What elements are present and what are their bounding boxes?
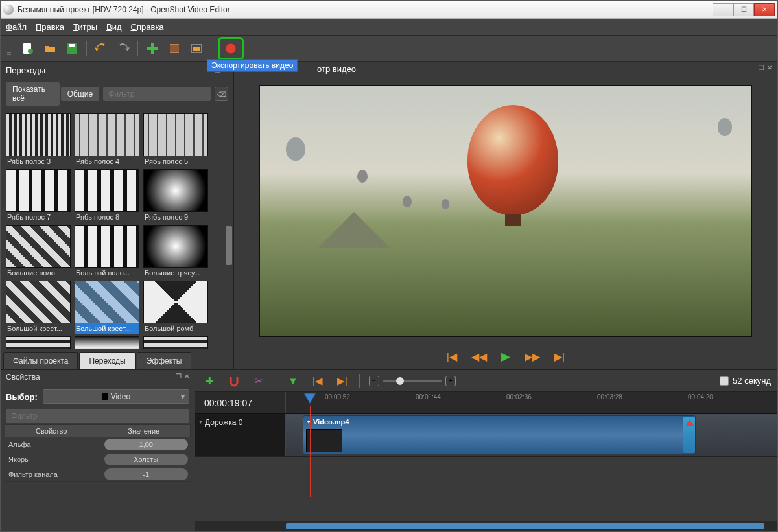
timeline-scrollbar[interactable] (195, 521, 777, 531)
property-row[interactable]: Альфа1,00 (5, 437, 191, 452)
col-property[interactable]: Свойство (5, 425, 98, 437)
forward-icon[interactable]: ▶▶ (525, 351, 540, 363)
transition-item[interactable] (75, 336, 139, 349)
transition-item[interactable]: Рябь полос 9 (143, 169, 208, 222)
menu-titles[interactable]: Титры (73, 22, 97, 32)
ruler-tick: 00:01:44 (416, 393, 441, 400)
snap-icon[interactable] (226, 373, 242, 389)
video-preview[interactable] (259, 85, 752, 337)
jump-start-icon[interactable]: |◀ (447, 351, 457, 363)
selection-dropdown[interactable]: Video (43, 389, 189, 404)
timeline-ruler[interactable]: 00:00:5200:01:4400:02:3600:03:2800:04:20… (286, 392, 777, 413)
transitions-filter-input[interactable] (103, 87, 211, 101)
profile-icon[interactable] (167, 41, 182, 56)
close-button[interactable]: ✕ (754, 3, 775, 16)
property-name: Альфа (5, 437, 102, 452)
transition-item[interactable]: Большие трясу... (143, 225, 208, 278)
props-close-icon[interactable]: ✕ (184, 373, 189, 383)
property-name: Якорь (5, 452, 102, 467)
zoom-out-icon[interactable]: − (369, 376, 379, 386)
menu-file[interactable]: Файл (6, 22, 27, 32)
zoom-in-icon[interactable]: + (445, 376, 456, 386)
preview-undock-icon[interactable]: ❐ (681, 64, 764, 76)
prev-marker-icon[interactable]: |◀ (310, 373, 325, 389)
open-project-icon[interactable] (42, 41, 58, 56)
preview-image-content (286, 137, 305, 161)
props-undock-icon[interactable]: ❐ (176, 373, 182, 383)
transition-label: Рябь полос 7 (6, 212, 71, 222)
transition-thumbnail (143, 336, 208, 349)
property-value[interactable]: 1,00 (104, 439, 189, 450)
common-button[interactable]: Общие (61, 87, 99, 101)
property-row[interactable]: ЯкорьХолсты (5, 452, 191, 467)
transition-label: Рябь полос 9 (143, 212, 208, 222)
export-video-highlight (218, 37, 244, 60)
jump-end-icon[interactable]: ▶| (554, 351, 565, 363)
duration-checkbox[interactable] (720, 376, 729, 386)
transition-thumbnail (143, 281, 208, 323)
property-value[interactable]: Холсты (104, 454, 189, 465)
transition-item[interactable]: Большой крест... (75, 281, 139, 334)
play-icon[interactable]: ▶ (501, 349, 510, 364)
transition-item[interactable]: Большой ромб (143, 281, 208, 334)
import-files-icon[interactable] (145, 41, 160, 56)
transition-item[interactable]: Рябь полос 7 (6, 169, 71, 222)
razor-icon[interactable]: ✂ (251, 373, 266, 389)
ruler-tick: 00:03:28 (597, 393, 622, 400)
menu-edit[interactable]: Правка (36, 22, 64, 32)
tab-transitions[interactable]: Переходы (79, 352, 135, 369)
export-video-button[interactable] (223, 41, 239, 56)
menu-view[interactable]: Вид (106, 22, 122, 32)
undo-icon[interactable] (93, 41, 109, 56)
maximize-button[interactable]: ☐ (733, 3, 754, 16)
transition-item[interactable] (143, 336, 208, 349)
app-icon (3, 5, 14, 15)
transitions-panel-title: Переходы ❐✕ (1, 62, 233, 78)
tab-project-files[interactable]: Файлы проекта (3, 352, 78, 369)
transition-item[interactable]: Рябь полос 8 (75, 169, 139, 222)
properties-filter-input[interactable] (6, 409, 189, 423)
video-clip[interactable]: Video.mp4 (303, 415, 696, 454)
transition-thumbnail (75, 336, 139, 349)
transition-item[interactable]: Рябь полос 4 (75, 113, 139, 167)
transition-item[interactable]: Рябь полос 3 (6, 113, 71, 167)
fullscreen-icon[interactable] (189, 41, 204, 56)
rewind-icon[interactable]: ◀◀ (471, 351, 487, 363)
add-track-icon[interactable]: ✚ (202, 373, 217, 389)
transition-item[interactable] (6, 336, 71, 349)
transition-label: Большие трясу... (143, 268, 208, 278)
clip-thumbnail (306, 429, 342, 452)
property-value[interactable]: -1 (104, 468, 189, 480)
svg-rect-8 (170, 52, 179, 53)
svg-rect-7 (170, 44, 179, 45)
minimize-button[interactable]: — (713, 3, 733, 16)
transition-label: Большой ромб (143, 323, 208, 334)
clip-end-handle[interactable] (683, 416, 696, 454)
show-all-button[interactable]: Показать всё (6, 82, 60, 106)
next-marker-icon[interactable]: ▶| (335, 373, 350, 389)
tab-effects[interactable]: Эффекты (137, 352, 192, 369)
redo-icon[interactable] (115, 41, 131, 56)
preview-close-icon[interactable]: ✕ (767, 64, 772, 76)
toolbar-grip[interactable] (7, 41, 11, 56)
property-row[interactable]: Фильтр канала-1 (5, 467, 191, 482)
track-body[interactable]: Video.mp4 (286, 414, 777, 456)
transition-item[interactable]: Большой поло... (75, 225, 139, 278)
transition-item[interactable]: Рябь полос 5 (143, 113, 208, 167)
playhead-line (310, 406, 311, 497)
transition-item[interactable]: Большие поло... (6, 225, 71, 278)
save-project-icon[interactable] (64, 41, 80, 56)
svg-rect-10 (193, 47, 200, 51)
menu-help[interactable]: Справка (131, 22, 164, 32)
transitions-scrollbar[interactable] (224, 110, 233, 349)
current-time: 00:00:19:07 (195, 392, 286, 413)
zoom-slider[interactable] (383, 380, 442, 382)
transition-thumbnail (75, 225, 139, 268)
transition-item[interactable]: Большой крест... (6, 281, 71, 334)
col-value[interactable]: Значение (98, 425, 191, 437)
playhead-icon[interactable] (303, 392, 317, 406)
marker-add-icon[interactable]: ▼ (285, 373, 301, 389)
track-header[interactable]: Дорожка 0 (195, 414, 286, 456)
new-project-icon[interactable] (20, 41, 36, 56)
filter-clear-icon[interactable]: ⌫ (215, 87, 228, 101)
